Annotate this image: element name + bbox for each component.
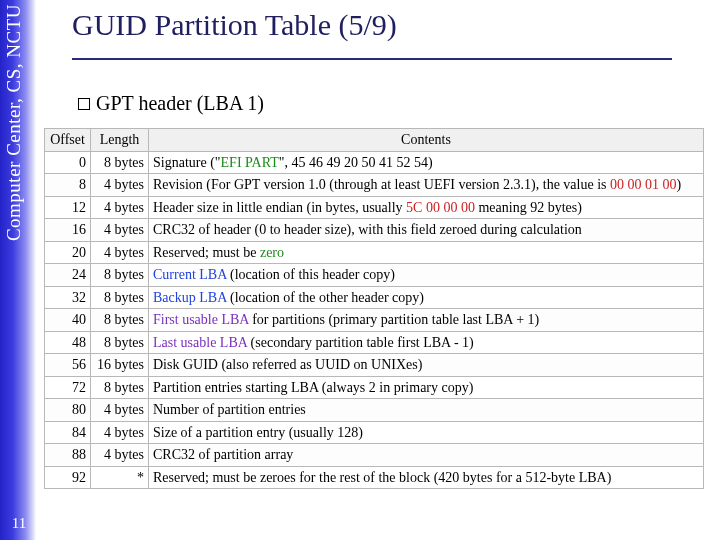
cell-contents: Header size in little endian (in bytes, … <box>149 196 704 219</box>
cell-contents: CRC32 of header (0 to header size), with… <box>149 219 704 242</box>
title-underline <box>72 58 672 60</box>
cell-length: * <box>91 466 149 489</box>
subtitle-text: GPT header (LBA 1) <box>96 92 264 114</box>
cell-length: 8 bytes <box>91 264 149 287</box>
table-row: 728 bytesPartition entries starting LBA … <box>45 376 704 399</box>
cell-offset: 80 <box>45 399 91 422</box>
cell-offset: 32 <box>45 286 91 309</box>
table-row: 408 bytesFirst usable LBA for partitions… <box>45 309 704 332</box>
table-row: 124 bytesHeader size in little endian (i… <box>45 196 704 219</box>
table-row: 84 bytesRevision (For GPT version 1.0 (t… <box>45 174 704 197</box>
cell-length: 4 bytes <box>91 444 149 467</box>
table-row: 804 bytesNumber of partition entries <box>45 399 704 422</box>
cell-contents: Current LBA (location of this header cop… <box>149 264 704 287</box>
cell-contents: Revision (For GPT version 1.0 (through a… <box>149 174 704 197</box>
cell-length: 4 bytes <box>91 196 149 219</box>
cell-contents: Size of a partition entry (usually 128) <box>149 421 704 444</box>
table-row: 844 bytesSize of a partition entry (usua… <box>45 421 704 444</box>
cell-length: 8 bytes <box>91 151 149 174</box>
table-header-row: Offset Length Contents <box>45 129 704 152</box>
col-offset: Offset <box>45 129 91 152</box>
cell-length: 4 bytes <box>91 174 149 197</box>
col-length: Length <box>91 129 149 152</box>
table-row: 204 bytesReserved; must be zero <box>45 241 704 264</box>
cell-contents: CRC32 of partition array <box>149 444 704 467</box>
sidebar-text: Computer Center, CS, NCTU <box>3 4 25 241</box>
cell-offset: 72 <box>45 376 91 399</box>
table-row: 5616 bytesDisk GUID (also referred as UU… <box>45 354 704 377</box>
cell-length: 8 bytes <box>91 309 149 332</box>
cell-contents: Backup LBA (location of the other header… <box>149 286 704 309</box>
cell-contents: Partition entries starting LBA (always 2… <box>149 376 704 399</box>
cell-offset: 88 <box>45 444 91 467</box>
cell-contents: Signature ("EFI PART", 45 46 49 20 50 41… <box>149 151 704 174</box>
highlight: 5C 00 00 00 <box>406 200 475 215</box>
cell-length: 4 bytes <box>91 241 149 264</box>
highlight: EFI PART <box>221 155 279 170</box>
cell-contents: Reserved; must be zero <box>149 241 704 264</box>
highlight: 00 00 01 00 <box>610 177 677 192</box>
table-row: 164 bytesCRC32 of header (0 to header si… <box>45 219 704 242</box>
cell-length: 4 bytes <box>91 421 149 444</box>
cell-length: 16 bytes <box>91 354 149 377</box>
cell-offset: 16 <box>45 219 91 242</box>
sidebar: Computer Center, CS, NCTU <box>0 0 36 540</box>
cell-length: 4 bytes <box>91 219 149 242</box>
subtitle: GPT header (LBA 1) <box>78 92 264 115</box>
highlight: Backup LBA <box>153 290 227 305</box>
highlight: Current LBA <box>153 267 227 282</box>
cell-offset: 56 <box>45 354 91 377</box>
table-row: 328 bytesBackup LBA (location of the oth… <box>45 286 704 309</box>
cell-length: 8 bytes <box>91 331 149 354</box>
cell-contents: Disk GUID (also referred as UUID on UNIX… <box>149 354 704 377</box>
cell-contents: Reserved; must be zeroes for the rest of… <box>149 466 704 489</box>
cell-contents: Number of partition entries <box>149 399 704 422</box>
bullet-square-icon <box>78 98 90 110</box>
cell-offset: 12 <box>45 196 91 219</box>
cell-offset: 24 <box>45 264 91 287</box>
highlight: Last usable LBA <box>153 335 247 350</box>
table-row: 488 bytesLast usable LBA (secondary part… <box>45 331 704 354</box>
page-title: GUID Partition Table (5/9) <box>72 8 397 42</box>
table-row: 08 bytesSignature ("EFI PART", 45 46 49 … <box>45 151 704 174</box>
cell-offset: 20 <box>45 241 91 264</box>
col-contents: Contents <box>149 129 704 152</box>
cell-offset: 48 <box>45 331 91 354</box>
highlight: First usable LBA <box>153 312 249 327</box>
gpt-header-table: Offset Length Contents 08 bytesSignature… <box>44 128 704 489</box>
cell-offset: 40 <box>45 309 91 332</box>
slide: Computer Center, CS, NCTU 11 GUID Partit… <box>0 0 720 540</box>
cell-offset: 92 <box>45 466 91 489</box>
cell-offset: 0 <box>45 151 91 174</box>
table-row: 884 bytesCRC32 of partition array <box>45 444 704 467</box>
highlight: zero <box>260 245 284 260</box>
cell-contents: First usable LBA for partitions (primary… <box>149 309 704 332</box>
cell-length: 4 bytes <box>91 399 149 422</box>
page-number: 11 <box>6 515 32 532</box>
cell-contents: Last usable LBA (secondary partition tab… <box>149 331 704 354</box>
cell-length: 8 bytes <box>91 286 149 309</box>
table-row: 92*Reserved; must be zeroes for the rest… <box>45 466 704 489</box>
cell-offset: 8 <box>45 174 91 197</box>
table-row: 248 bytesCurrent LBA (location of this h… <box>45 264 704 287</box>
cell-length: 8 bytes <box>91 376 149 399</box>
cell-offset: 84 <box>45 421 91 444</box>
